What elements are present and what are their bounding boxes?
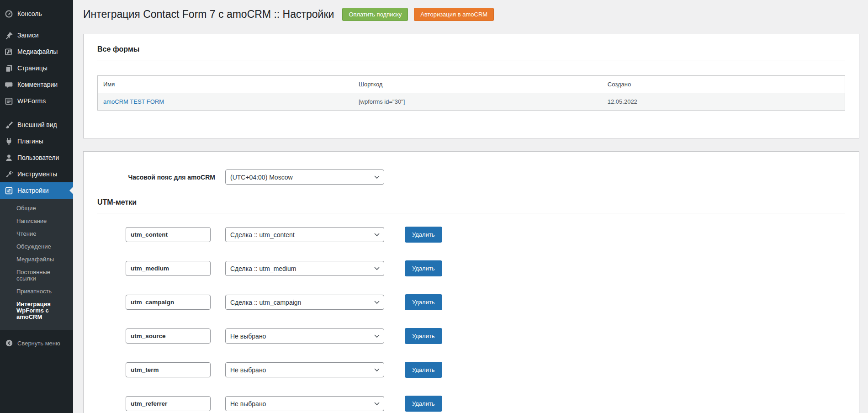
submenu-item[interactable]: Обсуждение [0,240,73,253]
column-header: Имя [98,76,354,93]
submenu-item[interactable]: Интеграция WpForms с amoCRM [0,298,73,323]
utm-row: Не выбраноУдалить [126,328,845,344]
settings-icon [4,186,13,195]
submenu-item[interactable]: Приватность [0,285,73,298]
main-content: Интеграция Contact Form 7 с amoCRM :: На… [73,0,868,413]
sidebar-item-settings[interactable]: Настройки [0,182,73,199]
submenu-item[interactable]: Общие [0,202,73,215]
delete-utm-button[interactable]: Удалить [405,294,442,310]
sidebar-item-media[interactable]: Медиафайлы [0,43,73,60]
sidebar-item-dashboard[interactable]: Консоль [0,5,73,22]
sidebar-item-label: Настройки [17,186,49,195]
delete-utm-button[interactable]: Удалить [405,227,442,243]
sidebar-item-pages[interactable]: Страницы [0,60,73,76]
utm-mapping-select-wrap: Сделка :: utm_medium [225,261,384,276]
appearance-icon [4,120,13,129]
pushpin-icon [4,31,13,40]
sidebar-item-label: Записи [17,31,38,39]
utm-mapping-select[interactable]: Не выбрано [225,396,384,411]
sidebar-item-pushpin[interactable]: Записи [0,27,73,43]
sidebar-item-label: Комментарии [17,80,58,89]
media-icon [4,47,13,56]
utm-mapping-select-wrap: Сделка :: utm_content [225,227,384,242]
collapse-menu-label: Свернуть меню [17,340,60,347]
utm-name-input[interactable] [126,396,211,411]
delete-utm-button[interactable]: Удалить [405,396,442,412]
page-title: Интеграция Contact Form 7 с amoCRM :: На… [83,7,334,21]
pay-subscription-button[interactable]: Оплатить подписку [342,8,408,21]
utm-row: Не выбраноУдалить [126,362,845,378]
comment-icon [4,80,13,89]
submenu-item[interactable]: Чтение [0,228,73,240]
form-icon [4,96,13,106]
utm-mapping-select-wrap: Сделка :: utm_campaign [225,295,384,310]
created-cell: 12.05.2022 [602,93,845,111]
utm-mapping-select[interactable]: Сделка :: utm_content [225,227,384,242]
submenu-item[interactable]: Медиафайлы [0,253,73,266]
divider [97,60,845,60]
sidebar-item-form[interactable]: WPForms [0,93,73,109]
column-header: Создано [602,76,845,93]
sidebar-item-label: Внешний вид [17,121,57,129]
settings-submenu: ОбщиеНаписаниеЧтениеОбсуждениеМедиафайлы… [0,199,73,330]
divider [97,213,845,213]
sidebar-item-comment[interactable]: Комментарии [0,76,73,93]
utm-rows: Сделка :: utm_contentУдалитьСделка :: ut… [97,227,845,412]
form-name-link[interactable]: amoCRM TEST FORM [103,98,164,105]
page-header: Интеграция Contact Form 7 с amoCRM :: На… [83,7,859,21]
submenu-item[interactable]: Постоянные ссылки [0,266,73,285]
amocrm-auth-button[interactable]: Авторизация в amoCRM [414,8,494,21]
menu-separator [0,109,73,116]
utm-mapping-select[interactable]: Не выбрано [225,362,384,377]
utm-name-input[interactable] [126,261,211,276]
sidebar-item-plugin[interactable]: Плагины [0,133,73,149]
users-icon [4,153,13,162]
utm-name-input[interactable] [126,227,211,242]
sidebar-item-label: WPForms [17,97,46,105]
utm-mapping-select[interactable]: Сделка :: utm_medium [225,261,384,276]
tools-icon [4,169,13,179]
sidebar-item-label: Пользователи [17,154,59,162]
utm-name-input[interactable] [126,362,211,377]
delete-utm-button[interactable]: Удалить [405,328,442,344]
shortcode-cell: [wpforms id="30"] [353,93,602,111]
utm-row: Не выбраноУдалить [126,396,845,412]
sidebar-item-label: Консоль [17,10,42,18]
sidebar-item-label: Плагины [17,137,43,145]
utm-mapping-select[interactable]: Не выбрано [225,328,384,344]
plugin-icon [4,137,13,146]
sidebar-item-appearance[interactable]: Внешний вид [0,116,73,133]
active-item-arrow [69,187,73,194]
utm-section-title: UTM-метки [97,198,845,206]
delete-utm-button[interactable]: Удалить [405,260,442,276]
timezone-row: Часовой пояс для amoCRM (UTC+04:00) Mosc… [97,169,845,185]
submenu-item[interactable]: Написание [0,215,73,228]
utm-row: Сделка :: utm_mediumУдалить [126,260,845,276]
forms-table: ИмяШорткодСоздано amoCRM TEST FORM[wpfor… [97,75,845,111]
column-header: Шорткод [353,76,602,93]
menu-separator [0,22,73,27]
forms-table-body: amoCRM TEST FORM[wpforms id="30"]12.05.2… [98,93,845,111]
utm-row: Сделка :: utm_campaignУдалить [126,294,845,310]
sidebar-item-label: Медиафайлы [17,48,58,56]
all-forms-panel: Все формы ИмяШорткодСоздано amoCRM TEST … [83,34,859,138]
utm-mapping-select-wrap: Не выбрано [225,362,384,377]
collapse-menu-button[interactable]: Свернуть меню [0,334,73,352]
sidebar-item-label: Инструменты [17,170,57,178]
delete-utm-button[interactable]: Удалить [405,362,442,378]
timezone-label: Часовой пояс для amoCRM [97,174,215,181]
forms-table-header-row: ИмяШорткодСоздано [98,76,845,93]
sidebar-item-tools[interactable]: Инструменты [0,166,73,182]
utm-name-input[interactable] [126,295,211,310]
admin-sidebar: КонсольЗаписиМедиафайлыСтраницыКомментар… [0,0,73,413]
utm-row: Сделка :: utm_contentУдалить [126,227,845,243]
timezone-select[interactable]: (UTC+04:00) Moscow [225,169,384,185]
utm-mapping-select-wrap: Не выбрано [225,396,384,411]
all-forms-title: Все формы [97,45,845,53]
utm-mapping-select[interactable]: Сделка :: utm_campaign [225,295,384,310]
collapse-arrow-icon [5,339,14,348]
sidebar-item-users[interactable]: Пользователи [0,149,73,166]
utm-mapping-select-wrap: Не выбрано [225,328,384,344]
utm-name-input[interactable] [126,328,211,344]
settings-panel: Часовой пояс для amoCRM (UTC+04:00) Mosc… [83,151,859,413]
